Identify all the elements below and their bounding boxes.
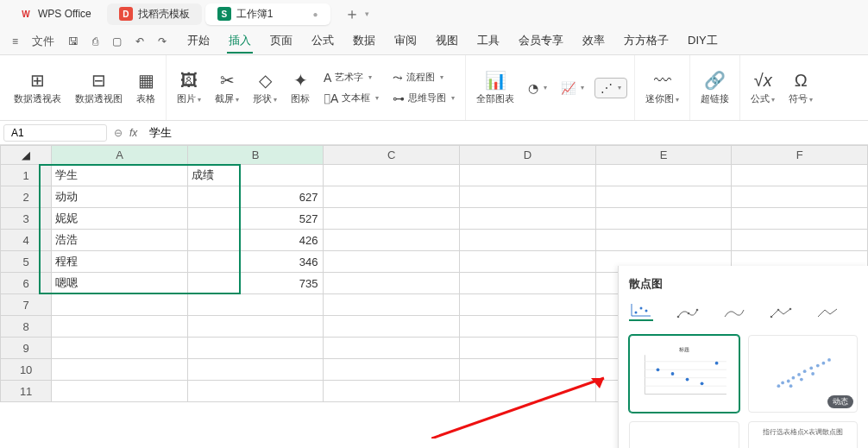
cell[interactable] [187,338,324,359]
scatter-type-straight-markers[interactable] [769,304,793,321]
all-charts-button[interactable]: 📊全部图表 [473,68,518,107]
cell[interactable]: 嗯嗯 [52,273,188,294]
template-tab[interactable]: D 找稻壳模板 [107,3,202,25]
cell[interactable] [324,186,460,208]
document-tab[interactable]: S 工作簿1 ● [205,3,330,25]
cancel-icon[interactable]: ⊖ [114,127,123,139]
symbol-button[interactable]: Ω符号▾ [785,68,816,107]
cell[interactable] [324,273,460,294]
menu-tools[interactable]: 工具 [475,29,501,54]
select-all-corner[interactable]: ◢ [1,146,52,165]
cell[interactable] [460,186,596,208]
menu-data[interactable]: 数据 [351,29,377,54]
cell[interactable] [324,251,460,273]
cell[interactable]: 346 [187,251,324,273]
cell[interactable]: 735 [187,273,324,294]
cell[interactable] [460,230,596,251]
chart-thumbnail[interactable]: 标题 [629,335,739,413]
col-header[interactable]: C [324,146,460,165]
col-header[interactable]: A [52,146,188,165]
cell[interactable] [52,316,188,338]
cell[interactable] [52,294,188,316]
line-chart-button[interactable]: 📈▾ [557,79,588,97]
pivot-table-button[interactable]: ⊞数据透视表 [10,68,65,107]
redo-icon[interactable]: ↷ [153,32,172,51]
mindmap-button[interactable]: ⊶思维导图▾ [389,90,458,107]
cell[interactable]: 程程 [52,251,188,273]
menu-view[interactable]: 视图 [434,29,460,54]
cell[interactable] [732,165,868,186]
cell[interactable] [324,294,460,316]
row-header[interactable]: 8 [1,316,52,338]
new-tab-dropdown-icon[interactable]: ▾ [365,9,369,18]
cell[interactable]: 妮妮 [52,208,188,230]
sparkline-button[interactable]: 〰迷你图▾ [642,68,682,107]
cell[interactable] [324,208,460,230]
col-header[interactable]: E [595,146,732,165]
textbox-button[interactable]: ⌷A文本框▾ [320,90,382,107]
cell[interactable] [460,273,596,294]
cell[interactable] [52,359,188,381]
undo-icon[interactable]: ↶ [130,32,149,51]
cell[interactable] [324,316,460,338]
cell[interactable]: 浩浩 [52,230,188,251]
menu-formula[interactable]: 公式 [310,29,336,54]
cell[interactable] [460,165,596,186]
pie-chart-button[interactable]: ◔▾ [525,79,550,97]
flowchart-button[interactable]: ⤳流程图▾ [389,69,447,86]
picture-button[interactable]: 🖼图片▾ [173,68,204,107]
cell[interactable]: 426 [187,230,324,251]
cell[interactable] [460,208,596,230]
cell[interactable] [460,338,596,359]
cell[interactable]: 527 [187,208,324,230]
chart-thumbnail[interactable]: 指行选表格点X表调散点图 [748,421,859,448]
app-tab[interactable]: W WPS Office [7,3,104,24]
cell[interactable] [187,316,324,338]
table-button[interactable]: ▦表格 [133,68,159,107]
cell[interactable] [52,381,188,402]
row-header[interactable]: 3 [1,208,52,230]
row-header[interactable]: 2 [1,186,52,208]
cell[interactable] [732,186,868,208]
menu-review[interactable]: 审阅 [393,29,418,54]
cell[interactable] [324,381,460,402]
cell-name-box[interactable] [3,124,107,142]
cell[interactable] [732,208,868,230]
formula-input[interactable] [144,124,865,142]
menu-page[interactable]: 页面 [268,29,294,54]
cell[interactable] [324,338,460,359]
cell[interactable] [595,186,732,208]
cell[interactable]: 动动 [52,186,188,208]
cell[interactable] [460,359,596,381]
preview-icon[interactable]: ▢ [107,32,127,51]
chart-thumbnail[interactable]: 动态 [629,421,739,448]
file-menu[interactable]: 文件 [27,30,60,53]
menu-member[interactable]: 会员专享 [517,29,565,54]
cell[interactable] [595,165,732,186]
cell-name-input[interactable] [11,127,99,139]
scatter-type-smooth-markers[interactable] [676,304,700,321]
row-header[interactable]: 9 [1,338,52,359]
cell[interactable] [187,381,324,402]
cell[interactable] [187,359,324,381]
cell[interactable]: 627 [187,186,324,208]
icons-button[interactable]: ✦图标 [287,68,313,107]
menu-diy[interactable]: DIY工 [686,29,720,54]
cell[interactable]: 成绩 [187,165,324,186]
print-icon[interactable]: ⎙ [87,32,104,51]
cell[interactable] [52,338,188,359]
cell[interactable] [187,294,324,316]
new-tab-button[interactable]: ＋ [344,3,360,24]
menu-start[interactable]: 开始 [186,29,211,54]
cell[interactable]: 学生 [52,165,188,186]
scatter-chart-button[interactable]: ⋰▾ [594,78,627,98]
save-icon[interactable]: 🖫 [63,32,84,51]
scatter-type-basic[interactable] [629,304,653,321]
col-header[interactable]: D [460,146,596,165]
cell[interactable] [460,381,596,402]
row-header[interactable]: 10 [1,359,52,381]
screenshot-button[interactable]: ✂截屏▾ [211,68,242,107]
formula-button[interactable]: √x公式▾ [747,68,778,107]
col-header[interactable]: F [732,146,868,165]
fx-icon[interactable]: fx [129,127,137,139]
